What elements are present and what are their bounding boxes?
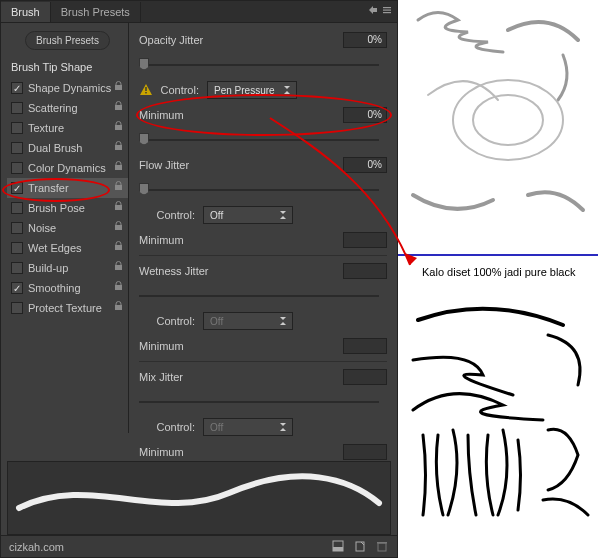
brush-tip-shape-label[interactable]: Brush Tip Shape <box>7 58 128 78</box>
svg-rect-2 <box>383 12 391 13</box>
sidebar-item-label: Noise <box>28 222 56 234</box>
svg-point-23 <box>473 95 543 145</box>
opacity-jitter-value[interactable]: 0% <box>343 32 387 48</box>
svg-rect-12 <box>115 265 122 270</box>
toggle-preview-icon[interactable] <box>331 539 345 555</box>
sidebar-item-label: Protect Texture <box>28 302 102 314</box>
brush-options-sidebar: Brush Presets Brush Tip Shape Shape Dyna… <box>1 23 129 433</box>
svg-rect-6 <box>115 145 122 150</box>
svg-rect-9 <box>115 205 122 210</box>
checkbox-icon[interactable] <box>11 262 23 274</box>
lock-icon[interactable] <box>113 200 124 213</box>
lock-icon[interactable] <box>113 80 124 93</box>
opacity-jitter-label: Opacity Jitter <box>139 34 229 46</box>
opacity-control-select[interactable]: Pen Pressure <box>207 81 297 99</box>
lock-icon[interactable] <box>113 180 124 193</box>
checkbox-icon[interactable] <box>11 82 23 94</box>
lock-icon[interactable] <box>113 120 124 133</box>
new-brush-icon[interactable] <box>353 539 367 555</box>
sidebar-item-label: Brush Pose <box>28 202 85 214</box>
checkbox-icon[interactable] <box>11 242 23 254</box>
sidebar-item-dual-brush[interactable]: Dual Brush <box>7 138 128 158</box>
sidebar-item-label: Wet Edges <box>28 242 82 254</box>
mix-minimum-value <box>343 444 387 460</box>
lock-icon[interactable] <box>113 300 124 313</box>
flow-jitter-value[interactable]: 0% <box>343 157 387 173</box>
svg-rect-7 <box>115 165 122 170</box>
sidebar-item-brush-pose[interactable]: Brush Pose <box>7 198 128 218</box>
transfer-settings: Opacity Jitter 0% Control: Pen Pressure … <box>129 23 397 433</box>
control-label: Control: <box>153 421 203 433</box>
lock-icon[interactable] <box>113 220 124 233</box>
checkbox-icon[interactable] <box>11 182 23 194</box>
lock-icon[interactable] <box>113 100 124 113</box>
wetness-jitter-label: Wetness Jitter <box>139 265 229 277</box>
lock-icon[interactable] <box>113 240 124 253</box>
brush-presets-button[interactable]: Brush Presets <box>25 31 110 50</box>
svg-rect-20 <box>378 543 386 551</box>
sidebar-item-build-up[interactable]: Build-up <box>7 258 128 278</box>
checkbox-icon[interactable] <box>11 162 23 174</box>
minimum-label: Minimum <box>139 340 229 352</box>
sidebar-item-shape-dynamics[interactable]: Shape Dynamics <box>7 78 128 98</box>
minimum-label: Minimum <box>139 446 229 458</box>
lock-icon[interactable] <box>113 160 124 173</box>
sidebar-item-noise[interactable]: Noise <box>7 218 128 238</box>
checkbox-icon[interactable] <box>11 102 23 114</box>
svg-rect-8 <box>115 185 122 190</box>
wetness-minimum-value <box>343 338 387 354</box>
sidebar-item-texture[interactable]: Texture <box>7 118 128 138</box>
minimum-label: Minimum <box>139 234 229 246</box>
sidebar-item-color-dynamics[interactable]: Color Dynamics <box>7 158 128 178</box>
minimum-slider[interactable] <box>139 133 379 147</box>
control-label: Control: <box>153 315 203 327</box>
svg-rect-4 <box>115 105 122 110</box>
checkbox-icon[interactable] <box>11 282 23 294</box>
checkbox-icon[interactable] <box>11 142 23 154</box>
opacity-jitter-slider[interactable] <box>139 58 379 72</box>
svg-point-22 <box>453 80 563 160</box>
svg-rect-21 <box>377 542 387 544</box>
brush-panel: Brush Brush Presets Brush Presets Brush … <box>0 0 398 558</box>
flow-control-select[interactable]: Off <box>203 206 293 224</box>
checkbox-icon[interactable] <box>11 122 23 134</box>
tab-bar: Brush Brush Presets <box>1 1 397 23</box>
wetness-slider <box>139 289 379 303</box>
sidebar-item-smoothing[interactable]: Smoothing <box>7 278 128 298</box>
sidebar-item-label: Transfer <box>28 182 69 194</box>
minimum-value[interactable]: 0% <box>343 107 387 123</box>
sidebar-item-transfer[interactable]: Transfer <box>7 178 128 198</box>
tab-brush[interactable]: Brush <box>1 2 51 22</box>
lock-icon[interactable] <box>113 280 124 293</box>
svg-rect-5 <box>115 125 122 130</box>
watermark-text: cizkah.com <box>9 541 64 553</box>
sidebar-item-protect-texture[interactable]: Protect Texture <box>7 298 128 318</box>
sidebar-item-wet-edges[interactable]: Wet Edges <box>7 238 128 258</box>
svg-rect-18 <box>333 547 343 551</box>
sidebar-item-label: Dual Brush <box>28 142 82 154</box>
warning-icon <box>139 83 153 97</box>
control-label: Control: <box>153 209 203 221</box>
svg-rect-10 <box>115 225 122 230</box>
example-area: Kalo diset 100% jadi pure black <box>398 0 598 558</box>
sidebar-item-label: Smoothing <box>28 282 81 294</box>
svg-rect-3 <box>115 85 122 90</box>
flow-jitter-label: Flow Jitter <box>139 159 229 171</box>
checkbox-icon[interactable] <box>11 302 23 314</box>
sidebar-item-scattering[interactable]: Scattering <box>7 98 128 118</box>
svg-rect-15 <box>145 87 146 91</box>
collapse-icon[interactable] <box>367 4 379 16</box>
flow-jitter-slider[interactable] <box>139 183 379 197</box>
checkbox-icon[interactable] <box>11 202 23 214</box>
mix-jitter-value <box>343 369 387 385</box>
checkbox-icon[interactable] <box>11 222 23 234</box>
svg-rect-16 <box>145 92 146 93</box>
sidebar-item-label: Scattering <box>28 102 78 114</box>
trash-icon[interactable] <box>375 539 389 555</box>
minimum-label: Minimum <box>139 109 229 121</box>
sidebar-item-label: Color Dynamics <box>28 162 106 174</box>
lock-icon[interactable] <box>113 140 124 153</box>
lock-icon[interactable] <box>113 260 124 273</box>
menu-icon[interactable] <box>381 4 393 16</box>
tab-brush-presets[interactable]: Brush Presets <box>51 2 141 22</box>
